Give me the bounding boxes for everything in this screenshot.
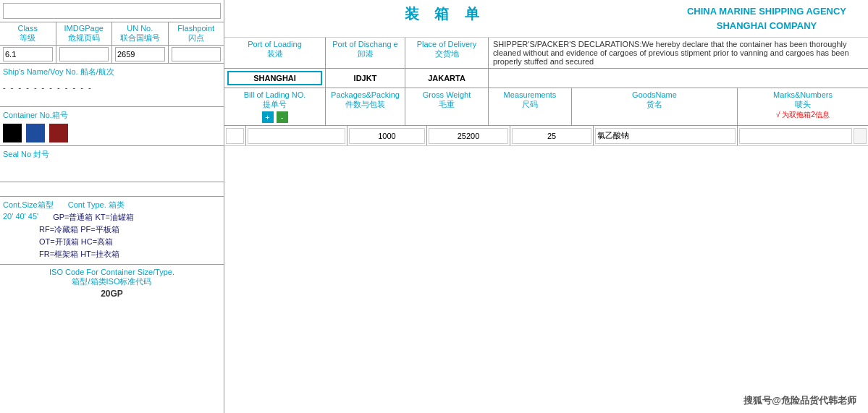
company-section: CHINA MARINE SHIPPING AGENCY SHANGHAI CO… — [665, 0, 868, 37]
sizes-label: 20' 40' 45' — [3, 212, 38, 223]
empty-area — [224, 146, 868, 388]
delivery-en: Place of Delivery — [408, 40, 485, 48]
container-label: Container No.箱号 — [3, 110, 221, 121]
type-row-4: FR=框架箱 HT=挂衣箱 — [3, 249, 221, 260]
seal-label: Seal No 封号 — [3, 149, 221, 160]
goods-cell — [594, 126, 738, 145]
remove-bol-button[interactable]: - — [277, 111, 288, 123]
goods-en: GoodsName — [575, 90, 734, 99]
sizes-row: 20' 40' 45' GP=普通箱 KT=油罐箱 — [3, 212, 221, 223]
goods-cn: 货名 — [575, 99, 734, 110]
loading-value-cell — [224, 69, 326, 88]
color-boxes-row — [3, 124, 221, 142]
gw-cell — [427, 126, 510, 145]
marks-cell — [738, 126, 868, 145]
delivery-header: Place of Delivery 交货地 — [405, 38, 489, 68]
unno-input[interactable] — [115, 47, 165, 61]
declaration-value-cell — [489, 69, 868, 88]
seq-input[interactable] — [226, 128, 244, 144]
blank-row — [0, 182, 224, 197]
watermark: 搜狐号@危险品货代韩老师 — [743, 394, 856, 407]
company-line1: CHINA MARINE SHIPPING AGENCY — [671, 4, 862, 19]
red-box — [49, 124, 68, 142]
class-value-cell — [0, 46, 56, 63]
bol-input[interactable] — [248, 128, 345, 144]
loading-en: Port of Loading — [227, 40, 322, 48]
discharge-value: IDJKT — [326, 69, 405, 88]
type-4: FR=框架箱 HT=挂衣箱 — [39, 249, 119, 260]
delivery-value: JAKARTA — [405, 69, 489, 88]
type-2: RF=冷藏箱 PF=平板箱 — [39, 224, 119, 235]
title-cn: 装 箱 单 — [224, 4, 665, 24]
imdg-header-row: Class 等级 IMDGPage 危规页码 UN No. 联合国编号 Flas… — [0, 22, 224, 46]
delivery-cn: 交货地 — [408, 48, 485, 59]
loading-input[interactable] — [227, 71, 322, 85]
class-col: Class 等级 — [0, 22, 56, 45]
rp-header: 装 箱 单 CHINA MARINE SHIPPING AGENCY SHANG… — [224, 0, 868, 38]
discharge-en: Port of Dischang e — [329, 40, 402, 48]
meas-en: Measurements — [492, 90, 568, 99]
conttype-en: Cont Type. 箱类 — [68, 200, 125, 210]
table-row — [224, 126, 868, 146]
iso-section: ISO Code For Container Size/Type. 箱型/箱类I… — [0, 265, 224, 302]
marks-checkbox[interactable] — [854, 128, 867, 144]
contsize-header-row: Cont.Size箱型 Cont Type. 箱类 — [3, 200, 221, 210]
gw-input[interactable] — [429, 128, 508, 144]
imdg-values-row — [0, 46, 224, 64]
top-input-section — [0, 0, 224, 22]
gw-cn: 毛重 — [408, 99, 485, 110]
goods-input[interactable] — [595, 128, 736, 144]
black-box — [3, 124, 22, 142]
meas-header: Measurements 尺码 — [489, 88, 572, 125]
flashpoint-col: Flashpoint 闪点 — [169, 22, 224, 45]
add-bol-button[interactable]: + — [262, 111, 274, 123]
flashpoint-value-cell — [169, 46, 224, 63]
port-values-row: IDJKT JAKARTA — [224, 69, 868, 88]
iso-en: ISO Code For Container Size/Type. — [3, 268, 221, 276]
blue-box — [26, 124, 45, 142]
discharge-cn: 卸港 — [329, 48, 402, 59]
bol-cn: 提单号 — [227, 99, 322, 110]
bol-cell — [246, 126, 347, 145]
pkg-cn: 件数与包装 — [329, 99, 402, 110]
marks-header: Marks&Numbers 唛头 √ 为双拖箱2信息 — [738, 88, 868, 125]
class-input[interactable] — [3, 47, 53, 61]
seal-section: Seal No 封号 — [0, 146, 224, 182]
top-input-field[interactable] — [3, 3, 221, 19]
contsize-en: Cont.Size箱型 — [3, 200, 54, 210]
loading-header: Port of Loading 装港 — [224, 38, 326, 68]
declaration-text: SHIPPER'S/PACKER'S DECLARATIONS:We hereb… — [493, 40, 864, 66]
marks-note: √ 为双拖箱2信息 — [741, 110, 865, 120]
gw-en: Gross Weight — [408, 90, 485, 99]
declaration-header: SHIPPER'S/PACKER'S DECLARATIONS:We hereb… — [489, 38, 868, 68]
bol-buttons: + - — [227, 111, 322, 123]
marks-input[interactable] — [739, 128, 852, 144]
type-1: GP=普通箱 KT=油罐箱 — [53, 212, 134, 223]
goods-header: GoodsName 货名 — [572, 88, 738, 125]
imdgpage-value-cell — [56, 46, 113, 63]
title-section: 装 箱 单 — [224, 0, 665, 37]
seq-cell — [224, 126, 246, 145]
imdgpage-input[interactable] — [59, 47, 109, 61]
pkg-en: Packages&Packing — [329, 90, 402, 99]
col-headers2-row: Bill of Lading NO. 提单号 + - Packages&Pack… — [224, 88, 868, 126]
ship-section: Ship's Name/Voy No. 船名/航次 - - - - - - - … — [0, 64, 224, 107]
meas-cn: 尺码 — [492, 99, 568, 110]
flashpoint-input[interactable] — [172, 47, 222, 61]
iso-cn: 箱型/箱类ISO标准代码 — [3, 276, 221, 287]
container-section: Container No.箱号 — [0, 107, 224, 146]
iso-value: 20GP — [3, 289, 221, 299]
pkg-header: Packages&Packing 件数与包装 — [326, 88, 405, 125]
unno-value-cell — [112, 46, 169, 63]
ship-value: - - - - - - - - - - - - — [3, 83, 221, 92]
type-row-2: RF=冷藏箱 PF=平板箱 — [3, 224, 221, 235]
bottom-area: 搜狐号@危险品货代韩老师 — [224, 388, 868, 413]
meas-input[interactable] — [512, 128, 591, 144]
col-headers-row: Port of Loading 装港 Port of Dischang e 卸港… — [224, 38, 868, 69]
discharge-header: Port of Dischang e 卸港 — [326, 38, 405, 68]
pkg-input[interactable] — [349, 128, 425, 144]
marks-cn: 唛头 — [741, 99, 865, 110]
contsize-section: Cont.Size箱型 Cont Type. 箱类 20' 40' 45' GP… — [0, 197, 224, 265]
bol-header: Bill of Lading NO. 提单号 + - — [224, 88, 326, 125]
gw-header: Gross Weight 毛重 — [405, 88, 489, 125]
